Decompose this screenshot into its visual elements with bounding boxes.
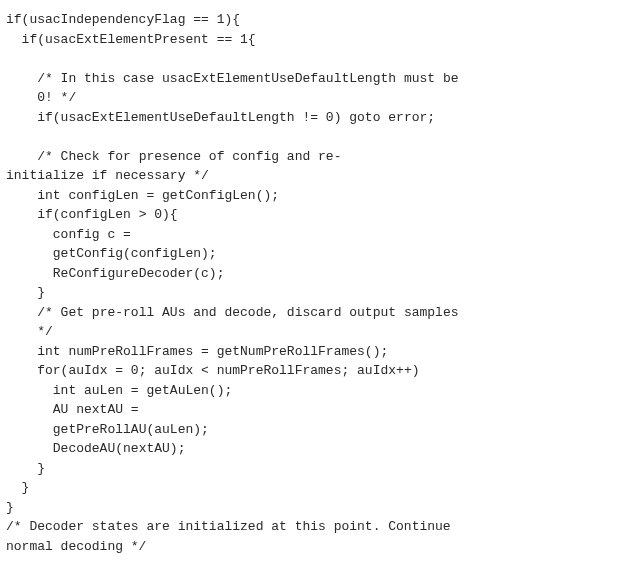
code-block: if(usacIndependencyFlag == 1){ if(usacEx… <box>6 10 634 556</box>
